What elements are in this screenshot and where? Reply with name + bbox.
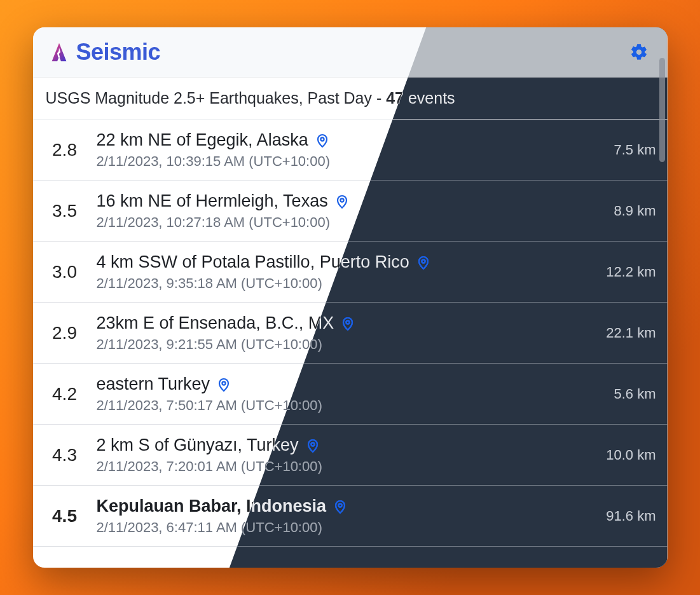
event-magnitude: 3.5 — [45, 201, 85, 221]
scrollbar-thumb[interactable] — [659, 58, 665, 162]
event-info: 22 km NE of Egegik, Alaska2/11/2023, 10:… — [97, 130, 581, 170]
event-magnitude: 3.0 — [45, 262, 85, 282]
event-time: 2/11/2023, 7:50:17 AM (UTC+10:00) — [97, 397, 581, 414]
map-pin-icon[interactable] — [416, 255, 431, 270]
map-pin-icon[interactable] — [216, 377, 231, 392]
event-magnitude: 2.8 — [45, 140, 85, 160]
event-time: 2/11/2023, 9:21:55 AM (UTC+10:00) — [97, 336, 581, 353]
seismic-logo-icon — [48, 41, 70, 63]
app-header: Seismic — [33, 27, 668, 78]
event-location-text: Kepulauan Babar, Indonesia — [97, 496, 327, 517]
event-location-text: 2 km S of Günyazı, Turkey — [97, 435, 299, 456]
gear-icon — [629, 43, 649, 62]
event-location: 22 km NE of Egegik, Alaska — [97, 130, 581, 151]
feed-desc-prefix: USGS Magnitude 2.5+ Earthquakes, Past Da… — [46, 89, 387, 107]
map-pin-icon[interactable] — [334, 194, 350, 209]
svg-point-2 — [422, 259, 425, 263]
event-info: 23km E of Ensenada, B.C., MX2/11/2023, 9… — [97, 313, 581, 353]
event-location: 4 km SSW of Potala Pastillo, Puerto Rico — [97, 252, 581, 273]
event-depth: 8.9 km — [593, 203, 656, 219]
svg-point-4 — [222, 381, 225, 385]
event-location-text: eastern Turkey — [97, 374, 210, 395]
event-row[interactable]: 4.2eastern Turkey2/11/2023, 7:50:17 AM (… — [33, 364, 668, 425]
event-time: 2/11/2023, 10:39:15 AM (UTC+10:00) — [97, 153, 581, 170]
event-row[interactable]: 2.923km E of Ensenada, B.C., MX2/11/2023… — [33, 303, 668, 364]
event-location: eastern Turkey — [97, 374, 581, 395]
event-info: Kepulauan Babar, Indonesia2/11/2023, 6:4… — [97, 496, 581, 537]
event-magnitude: 4.5 — [45, 506, 85, 526]
event-row[interactable]: 4.5Kepulauan Babar, Indonesia2/11/2023, … — [33, 486, 668, 547]
map-pin-icon[interactable] — [340, 316, 355, 331]
event-location: 2 km S of Günyazı, Turkey — [97, 435, 581, 456]
event-time: 2/11/2023, 10:27:18 AM (UTC+10:00) — [97, 214, 581, 231]
event-depth: 91.6 km — [593, 508, 656, 524]
event-info: eastern Turkey2/11/2023, 7:50:17 AM (UTC… — [97, 374, 581, 414]
feed-desc-suffix: events — [404, 89, 455, 107]
event-magnitude: 2.9 — [45, 323, 85, 343]
event-info: 2 km S of Günyazı, Turkey2/11/2023, 7:20… — [97, 435, 581, 475]
event-row[interactable]: 3.516 km NE of Hermleigh, Texas2/11/2023… — [33, 181, 668, 242]
event-location-text: 22 km NE of Egegik, Alaska — [97, 130, 308, 151]
event-depth: 12.2 km — [593, 264, 656, 280]
event-row[interactable]: 2.822 km NE of Egegik, Alaska2/11/2023, … — [33, 120, 668, 181]
event-time: 2/11/2023, 6:47:11 AM (UTC+10:00) — [97, 519, 581, 536]
event-location: 16 km NE of Hermleigh, Texas — [97, 191, 581, 212]
event-list: 2.822 km NE of Egegik, Alaska2/11/2023, … — [33, 120, 668, 568]
event-location-text: 23km E of Ensenada, B.C., MX — [97, 313, 334, 334]
event-info: 4 km SSW of Potala Pastillo, Puerto Rico… — [97, 252, 581, 292]
event-location: 23km E of Ensenada, B.C., MX — [97, 313, 581, 334]
feed-event-count: 47 — [386, 89, 404, 107]
event-depth: 7.5 km — [593, 142, 656, 158]
event-info: 16 km NE of Hermleigh, Texas2/11/2023, 1… — [97, 191, 581, 231]
event-location-text: 16 km NE of Hermleigh, Texas — [97, 191, 328, 212]
svg-point-5 — [311, 442, 314, 446]
map-pin-icon[interactable] — [333, 499, 348, 514]
svg-point-3 — [347, 320, 350, 324]
event-depth: 10.0 km — [593, 447, 656, 463]
app-brand: Seismic — [48, 39, 161, 65]
event-location: Kepulauan Babar, Indonesia — [97, 496, 581, 517]
app-window: Seismic USGS Magnitude 2.5+ Earthquakes,… — [33, 27, 668, 568]
svg-point-0 — [320, 137, 324, 140]
event-depth: 22.1 km — [593, 325, 656, 341]
app-title: Seismic — [76, 39, 161, 65]
event-magnitude: 4.3 — [45, 445, 85, 465]
event-time: 2/11/2023, 7:20:01 AM (UTC+10:00) — [97, 458, 581, 475]
svg-point-6 — [338, 503, 341, 507]
event-depth: 5.6 km — [593, 386, 656, 402]
event-location-text: 4 km SSW of Potala Pastillo, Puerto Rico — [97, 252, 409, 273]
event-row[interactable]: 4.32 km S of Günyazı, Turkey2/11/2023, 7… — [33, 425, 668, 486]
map-pin-icon[interactable] — [305, 438, 320, 453]
event-time: 2/11/2023, 9:35:18 AM (UTC+10:00) — [97, 275, 581, 292]
event-row[interactable]: 3.04 km SSW of Potala Pastillo, Puerto R… — [33, 242, 668, 303]
settings-button[interactable] — [626, 39, 652, 65]
svg-point-1 — [340, 198, 343, 202]
event-magnitude: 4.2 — [45, 384, 85, 404]
map-pin-icon[interactable] — [315, 133, 330, 148]
feed-description: USGS Magnitude 2.5+ Earthquakes, Past Da… — [33, 78, 668, 120]
